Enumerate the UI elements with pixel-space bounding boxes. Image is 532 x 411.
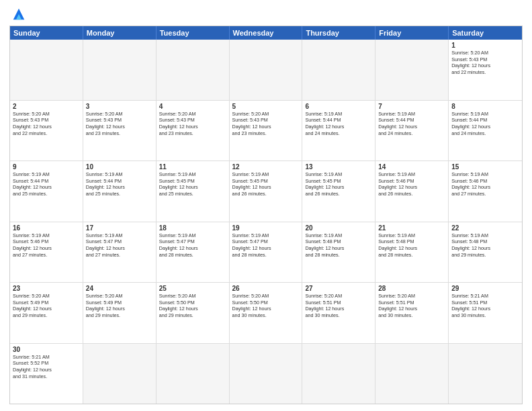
- cell-info: Sunrise: 5:20 AM Sunset: 5:51 PM Dayligh…: [305, 293, 372, 319]
- calendar-cell: 24Sunrise: 5:20 AM Sunset: 5:49 PM Dayli…: [83, 283, 157, 343]
- calendar-cell: 8Sunrise: 5:19 AM Sunset: 5:44 PM Daylig…: [449, 101, 522, 161]
- calendar-cell: 28Sunrise: 5:20 AM Sunset: 5:51 PM Dayli…: [375, 283, 449, 343]
- cell-info: Sunrise: 5:20 AM Sunset: 5:43 PM Dayligh…: [159, 111, 226, 137]
- day-number: 14: [378, 163, 445, 171]
- calendar-body: 1Sunrise: 5:20 AM Sunset: 5:43 PM Daylig…: [10, 40, 522, 404]
- calendar-cell: 22Sunrise: 5:19 AM Sunset: 5:48 PM Dayli…: [449, 222, 522, 283]
- cell-info: Sunrise: 5:19 AM Sunset: 5:44 PM Dayligh…: [378, 111, 445, 137]
- calendar-cell: [83, 344, 157, 404]
- day-number: 9: [13, 163, 80, 171]
- cell-info: Sunrise: 5:19 AM Sunset: 5:44 PM Dayligh…: [86, 171, 153, 197]
- calendar-cell: 13Sunrise: 5:19 AM Sunset: 5:45 PM Dayli…: [302, 161, 375, 222]
- calendar-cell: 19Sunrise: 5:19 AM Sunset: 5:47 PM Dayli…: [230, 222, 303, 283]
- cell-info: Sunrise: 5:19 AM Sunset: 5:48 PM Dayligh…: [378, 232, 445, 259]
- calendar-cell: 12Sunrise: 5:19 AM Sunset: 5:45 PM Dayli…: [230, 161, 303, 222]
- day-number: 15: [451, 163, 519, 171]
- day-number: 7: [378, 103, 445, 110]
- cell-info: Sunrise: 5:21 AM Sunset: 5:52 PM Dayligh…: [13, 354, 80, 380]
- cell-info: Sunrise: 5:19 AM Sunset: 5:45 PM Dayligh…: [159, 171, 226, 197]
- calendar-cell: 21Sunrise: 5:19 AM Sunset: 5:48 PM Dayli…: [375, 222, 449, 283]
- calendar-cell: [302, 40, 375, 100]
- header-day-saturday: Saturday: [449, 26, 522, 40]
- cell-info: Sunrise: 5:19 AM Sunset: 5:45 PM Dayligh…: [305, 171, 372, 197]
- calendar-cell: 16Sunrise: 5:19 AM Sunset: 5:46 PM Dayli…: [10, 222, 83, 283]
- header: [9, 7, 523, 21]
- calendar-cell: [83, 40, 157, 100]
- cell-info: Sunrise: 5:20 AM Sunset: 5:50 PM Dayligh…: [232, 293, 300, 319]
- calendar-cell: [375, 344, 449, 404]
- cell-info: Sunrise: 5:19 AM Sunset: 5:46 PM Dayligh…: [13, 232, 80, 259]
- cell-info: Sunrise: 5:19 AM Sunset: 5:44 PM Dayligh…: [13, 171, 80, 197]
- header-day-monday: Monday: [83, 26, 157, 40]
- calendar-cell: 5Sunrise: 5:20 AM Sunset: 5:43 PM Daylig…: [230, 101, 303, 161]
- cell-info: Sunrise: 5:19 AM Sunset: 5:45 PM Dayligh…: [232, 171, 300, 197]
- cell-info: Sunrise: 5:20 AM Sunset: 5:43 PM Dayligh…: [232, 111, 300, 137]
- page: SundayMondayTuesdayWednesdayThursdayFrid…: [0, 0, 532, 411]
- cell-info: Sunrise: 5:19 AM Sunset: 5:47 PM Dayligh…: [232, 232, 300, 259]
- day-number: 17: [86, 224, 153, 232]
- header-day-thursday: Thursday: [302, 26, 375, 40]
- day-number: 26: [232, 285, 300, 292]
- calendar-cell: [230, 40, 303, 100]
- calendar-row-3: 16Sunrise: 5:19 AM Sunset: 5:46 PM Dayli…: [10, 222, 522, 283]
- day-number: 30: [13, 346, 80, 353]
- cell-info: Sunrise: 5:19 AM Sunset: 5:48 PM Dayligh…: [305, 232, 372, 259]
- day-number: 24: [86, 285, 153, 292]
- day-number: 3: [86, 103, 153, 110]
- calendar-cell: 15Sunrise: 5:19 AM Sunset: 5:46 PM Dayli…: [449, 161, 522, 222]
- cell-info: Sunrise: 5:19 AM Sunset: 5:47 PM Dayligh…: [159, 232, 226, 259]
- logo: [9, 7, 31, 21]
- day-number: 10: [86, 163, 153, 171]
- day-number: 18: [159, 224, 226, 232]
- cell-info: Sunrise: 5:19 AM Sunset: 5:44 PM Dayligh…: [305, 111, 372, 137]
- calendar-row-0: 1Sunrise: 5:20 AM Sunset: 5:43 PM Daylig…: [10, 40, 522, 101]
- calendar-row-4: 23Sunrise: 5:20 AM Sunset: 5:49 PM Dayli…: [10, 283, 522, 344]
- cell-info: Sunrise: 5:20 AM Sunset: 5:49 PM Dayligh…: [13, 293, 80, 319]
- calendar-cell: [449, 344, 522, 404]
- day-number: 12: [232, 163, 300, 171]
- calendar-cell: 10Sunrise: 5:19 AM Sunset: 5:44 PM Dayli…: [83, 161, 157, 222]
- calendar-cell: 23Sunrise: 5:20 AM Sunset: 5:49 PM Dayli…: [10, 283, 83, 343]
- day-number: 16: [13, 224, 80, 232]
- day-number: 29: [451, 285, 519, 292]
- day-number: 22: [451, 224, 519, 232]
- cell-info: Sunrise: 5:19 AM Sunset: 5:46 PM Dayligh…: [378, 171, 445, 197]
- calendar-row-2: 9Sunrise: 5:19 AM Sunset: 5:44 PM Daylig…: [10, 161, 522, 222]
- day-number: 28: [378, 285, 445, 292]
- cell-info: Sunrise: 5:20 AM Sunset: 5:43 PM Dayligh…: [13, 111, 80, 137]
- cell-info: Sunrise: 5:19 AM Sunset: 5:47 PM Dayligh…: [86, 232, 153, 259]
- day-number: 13: [305, 163, 372, 171]
- logo-icon: [9, 7, 28, 21]
- header-day-friday: Friday: [375, 26, 449, 40]
- header-day-tuesday: Tuesday: [157, 26, 230, 40]
- day-number: 21: [378, 224, 445, 232]
- calendar-cell: 20Sunrise: 5:19 AM Sunset: 5:48 PM Dayli…: [302, 222, 375, 283]
- day-number: 25: [159, 285, 226, 292]
- day-number: 2: [13, 103, 80, 110]
- calendar-cell: 18Sunrise: 5:19 AM Sunset: 5:47 PM Dayli…: [157, 222, 230, 283]
- calendar-header: SundayMondayTuesdayWednesdayThursdayFrid…: [10, 26, 522, 40]
- calendar-cell: 30Sunrise: 5:21 AM Sunset: 5:52 PM Dayli…: [10, 344, 83, 404]
- cell-info: Sunrise: 5:19 AM Sunset: 5:46 PM Dayligh…: [451, 171, 519, 197]
- calendar-cell: 14Sunrise: 5:19 AM Sunset: 5:46 PM Dayli…: [375, 161, 449, 222]
- cell-info: Sunrise: 5:20 AM Sunset: 5:49 PM Dayligh…: [86, 293, 153, 319]
- calendar-cell: 26Sunrise: 5:20 AM Sunset: 5:50 PM Dayli…: [230, 283, 303, 343]
- cell-info: Sunrise: 5:19 AM Sunset: 5:48 PM Dayligh…: [451, 232, 519, 259]
- day-number: 27: [305, 285, 372, 292]
- day-number: 1: [451, 42, 519, 49]
- calendar-cell: 11Sunrise: 5:19 AM Sunset: 5:45 PM Dayli…: [157, 161, 230, 222]
- calendar-cell: 3Sunrise: 5:20 AM Sunset: 5:43 PM Daylig…: [83, 101, 157, 161]
- cell-info: Sunrise: 5:20 AM Sunset: 5:43 PM Dayligh…: [451, 50, 519, 76]
- calendar-cell: [230, 344, 303, 404]
- day-number: 11: [159, 163, 226, 171]
- calendar-cell: 1Sunrise: 5:20 AM Sunset: 5:43 PM Daylig…: [449, 40, 522, 100]
- calendar-cell: 6Sunrise: 5:19 AM Sunset: 5:44 PM Daylig…: [302, 101, 375, 161]
- cell-info: Sunrise: 5:21 AM Sunset: 5:51 PM Dayligh…: [451, 293, 519, 319]
- cell-info: Sunrise: 5:20 AM Sunset: 5:51 PM Dayligh…: [378, 293, 445, 319]
- calendar-cell: [302, 344, 375, 404]
- calendar-cell: [10, 40, 83, 100]
- calendar-cell: 4Sunrise: 5:20 AM Sunset: 5:43 PM Daylig…: [157, 101, 230, 161]
- day-number: 6: [305, 103, 372, 110]
- calendar-cell: 2Sunrise: 5:20 AM Sunset: 5:43 PM Daylig…: [10, 101, 83, 161]
- cell-info: Sunrise: 5:20 AM Sunset: 5:43 PM Dayligh…: [86, 111, 153, 137]
